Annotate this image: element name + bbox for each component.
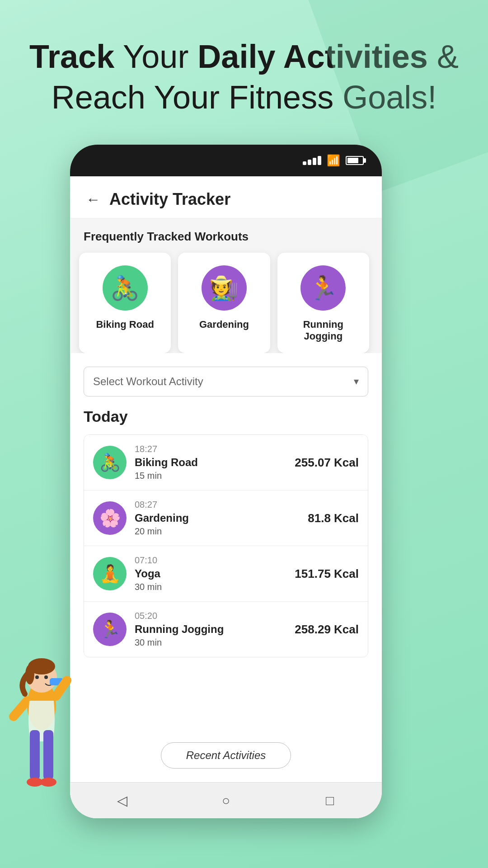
activity-kcal-3: 258.29 Kcal (295, 623, 359, 637)
main-scroll-area: Select Workout Activity ▾ Today 🚴18:27Bi… (70, 353, 382, 733)
activity-info-0: 18:27Biking Road15 min (135, 444, 286, 481)
activity-item-3[interactable]: 🏃05:20Running Jogging30 min258.29 Kcal (84, 602, 368, 657)
bottom-nav: ◁ ○ □ (70, 782, 382, 818)
phone-frame: 📶 ← Activity Tracker Frequently Tracked … (70, 145, 382, 818)
activity-name-0: Biking Road (135, 456, 286, 469)
select-placeholder: Select Workout Activity (93, 375, 203, 388)
hero-your: Your (123, 38, 197, 75)
today-section: Today 🚴18:27Biking Road15 min255.07 Kcal… (84, 408, 368, 666)
card-icon-1: 🧑‍🌾 (202, 265, 247, 311)
nav-home-button[interactable]: ○ (215, 789, 237, 812)
frequent-section: Frequently Tracked Workouts 🚴Biking Road… (70, 218, 382, 353)
activity-icon-3: 🏃 (93, 613, 127, 646)
battery-icon (346, 156, 364, 165)
activity-name-3: Running Jogging (135, 623, 286, 636)
workout-card-0[interactable]: 🚴Biking Road (79, 253, 171, 353)
svg-point-5 (44, 675, 48, 679)
activity-name-1: Gardening (135, 512, 300, 524)
activity-duration-0: 15 min (135, 471, 286, 481)
card-label-2: Running Jogging (286, 319, 360, 342)
notch (176, 145, 276, 162)
workout-card-1[interactable]: 🧑‍🌾Gardening (178, 253, 270, 353)
activity-kcal-2: 151.75 Kcal (295, 567, 359, 581)
activity-item-2[interactable]: 🧘07:10Yoga30 min151.75 Kcal (84, 546, 368, 602)
activity-icon-0: 🚴 (93, 446, 127, 479)
card-label-1: Gardening (199, 319, 249, 330)
status-bar: 📶 (70, 145, 382, 176)
hero-track: Track (29, 38, 114, 75)
recent-activities-button[interactable]: Recent Activities (161, 742, 291, 769)
recent-btn-wrapper: Recent Activities (70, 733, 382, 782)
activity-kcal-0: 255.07 Kcal (295, 456, 359, 470)
card-label-0: Biking Road (96, 319, 154, 330)
svg-point-4 (35, 675, 39, 679)
activity-time-2: 07:10 (135, 555, 286, 566)
svg-line-7 (14, 701, 27, 717)
activity-info-3: 05:20Running Jogging30 min (135, 611, 286, 648)
chevron-down-icon: ▾ (354, 376, 359, 387)
character-illustration (0, 651, 84, 796)
workout-card-2[interactable]: 🏃Running Jogging (277, 253, 369, 353)
activity-item-0[interactable]: 🚴18:27Biking Road15 min255.07 Kcal (84, 435, 368, 491)
activity-list: 🚴18:27Biking Road15 min255.07 Kcal🌸08:27… (84, 434, 368, 657)
activity-time-3: 05:20 (135, 611, 286, 621)
workout-cards-row: 🚴Biking Road🧑‍🌾Gardening🏃Running Jogging (79, 253, 373, 353)
status-icons: 📶 (303, 154, 364, 167)
nav-back-button[interactable]: ◁ (111, 789, 133, 812)
activity-icon-1: 🌸 (93, 501, 127, 535)
activity-time-1: 08:27 (135, 500, 300, 510)
card-icon-2: 🏃 (300, 265, 346, 311)
page-title: Activity Tracker (109, 190, 230, 209)
back-button[interactable]: ← (86, 191, 100, 208)
activity-name-2: Yoga (135, 567, 286, 580)
frequent-title: Frequently Tracked Workouts (84, 230, 368, 244)
activity-duration-1: 20 min (135, 526, 300, 537)
activity-item-1[interactable]: 🌸08:27Gardening20 min81.8 Kcal (84, 491, 368, 546)
app-header: ← Activity Tracker (70, 176, 382, 218)
app-content: ← Activity Tracker Frequently Tracked Wo… (70, 176, 382, 818)
nav-recents-button[interactable]: □ (319, 789, 341, 812)
activity-duration-2: 30 min (135, 582, 286, 592)
svg-rect-9 (30, 730, 40, 780)
svg-rect-10 (43, 730, 53, 780)
today-title: Today (84, 408, 368, 425)
activity-info-2: 07:10Yoga30 min (135, 555, 286, 592)
activity-icon-2: 🧘 (93, 557, 127, 590)
activity-duration-3: 30 min (135, 637, 286, 648)
signal-icon (303, 156, 321, 165)
wifi-icon: 📶 (327, 154, 340, 167)
workout-select-dropdown[interactable]: Select Workout Activity ▾ (84, 367, 368, 396)
activity-info-1: 08:27Gardening20 min (135, 500, 300, 537)
activity-time-0: 18:27 (135, 444, 286, 454)
activity-kcal-1: 81.8 Kcal (308, 511, 359, 525)
svg-point-12 (40, 778, 56, 787)
card-icon-0: 🚴 (103, 265, 148, 311)
